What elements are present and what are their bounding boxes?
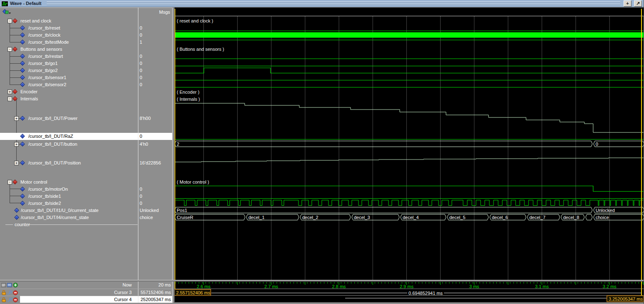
signal-icon (14, 215, 19, 219)
signal-row[interactable]: /cursor_tb/sensor10 (0, 74, 172, 81)
signal-icon (20, 61, 25, 65)
group-row[interactable]: +Encoder (0, 88, 172, 95)
signal-row[interactable]: /cursor_tb/I_DUT/I4/current_statechoice (0, 214, 172, 221)
wrench-icon[interactable] (7, 297, 12, 303)
wave-U_0_current_state-label: Unlocked (596, 208, 615, 213)
signal-label: /cursor_tb/go1 (28, 61, 58, 66)
signal-row[interactable]: /cursor_tb/side20 (0, 200, 172, 207)
cursor-list-icon[interactable] (7, 282, 12, 288)
signal-row[interactable]: /cursor_tb/reset0 (0, 25, 172, 32)
wave-clock (175, 32, 644, 38)
signal-value: 0 (140, 201, 171, 206)
signal-icon (14, 208, 19, 212)
group-icon (13, 89, 17, 94)
expand-toggle-icon[interactable]: + (8, 90, 12, 94)
add-cursor-icon[interactable] (13, 282, 18, 288)
expand-toggle-icon[interactable]: - (8, 180, 12, 184)
expand-toggle-icon[interactable]: + (14, 142, 19, 147)
signal-row[interactable]: /cursor_tb/I_DUT/I1/U_0/current_stateUnl… (0, 207, 172, 214)
window-title: Wave - Default (10, 1, 41, 6)
expand-toggle-icon[interactable]: - (8, 19, 12, 23)
signal-label: /cursor_tb/side1 (28, 194, 61, 199)
delete-cursor-icon[interactable] (13, 290, 18, 296)
wave-group-label: ( Encoder ) (177, 90, 199, 95)
signal-label: /cursor_tb/go2 (28, 68, 58, 73)
signal-label: /cursor_tb/motorOn (28, 187, 68, 192)
lock-icon[interactable] (1, 297, 6, 303)
signal-value: 0 (140, 82, 171, 87)
msgs-column-header[interactable]: Msgs (138, 10, 170, 15)
signal-icon (20, 201, 25, 205)
cursor4-value: 252005347 ms (138, 297, 171, 302)
signal-row[interactable]: /cursor_tb/side10 (0, 193, 172, 200)
wave-I4_current_state-label: decel_3 (354, 215, 370, 220)
wave-I4_current_state-label: decel_7 (529, 215, 546, 220)
group-label: Internals (20, 96, 38, 101)
group-row[interactable]: -Motor control (0, 179, 172, 186)
titlebar-grip[interactable] (47, 2, 620, 3)
wave-I4_current_state-label: decel_6 (492, 215, 508, 220)
signal-row[interactable]: /cursor_tb/motorOn0 (0, 186, 172, 193)
expand-toggle-icon[interactable]: + (14, 116, 19, 121)
group-label: Motor control (20, 179, 47, 184)
signal-row[interactable]: /cursor_tb/restart0 (0, 53, 172, 60)
undock-button[interactable]: ↗ (634, 0, 642, 7)
wave-group-label: ( Buttons and sensors ) (177, 47, 224, 52)
expand-toggle-icon[interactable]: - (8, 47, 12, 52)
signal-value: 0 (140, 75, 171, 80)
signal-row[interactable]: /cursor_tb/testMode1 (0, 39, 172, 46)
group-row[interactable]: -Internals (0, 95, 172, 102)
signal-value: 0 (140, 194, 171, 199)
group-row[interactable]: -reset and clock (0, 17, 172, 25)
group-row[interactable]: -Buttons and sensors (0, 46, 172, 53)
cursor-delta-value: 0.694852941 ms (408, 291, 443, 296)
now-row: Now 20 ms (0, 282, 172, 289)
ruler-label: 2.9 ms (400, 284, 414, 289)
now-label: Now (63, 282, 132, 287)
wave-window: Wave - Default + ↗ Msgs -reset and clock… (0, 0, 644, 304)
expand-toggle-icon[interactable]: + (14, 161, 19, 165)
signal-row[interactable]: +/cursor_tb/I_DUT/button4'h0 (0, 141, 172, 148)
wave-I4_current_state-label: decel_1 (248, 215, 265, 220)
signal-label: /cursor_tb/side2 (28, 201, 61, 206)
wave-canvas-area[interactable]: ( reset and clock )( Buttons and sensors… (175, 7, 644, 303)
lock-icon[interactable] (1, 290, 6, 296)
signal-icon (20, 75, 25, 80)
signal-row[interactable]: +/cursor_tb/I_DUT/Power8'h00 (0, 115, 172, 122)
titlebar-grip[interactable] (47, 4, 620, 5)
cursor3-value: 557152406 ms (138, 290, 171, 295)
signal-row[interactable]: /cursor_tb/clock0 (0, 32, 172, 39)
add-window-button[interactable]: + (624, 0, 631, 7)
expand-toggle-icon[interactable]: - (8, 97, 12, 101)
signal-value: 0 (140, 54, 171, 59)
wave-button-label: 2 (177, 142, 179, 147)
wrench-icon[interactable] (7, 290, 12, 296)
signal-row[interactable]: /cursor_tb/sensor20 (0, 81, 172, 88)
wave-I4_current_state-label: decel_2 (302, 215, 318, 220)
signal-icon (20, 194, 25, 198)
wave-I4_current_state-label: CruiseR (177, 215, 193, 220)
wave-background (175, 7, 644, 280)
signal-label: /cursor_tb/sensor1 (28, 75, 66, 80)
title-bar[interactable]: Wave - Default + ↗ (0, 0, 644, 7)
cursor4-time: 3.252005347 ms (609, 297, 643, 302)
group-icon (13, 47, 17, 51)
signal-value: 8'h00 (140, 116, 171, 121)
wave-export-icon[interactable] (1, 282, 6, 288)
signal-row[interactable]: /cursor_tb/I_DUT/RaZ0 (0, 133, 172, 140)
wave-canvas[interactable]: ( reset and clock )( Buttons and sensors… (175, 7, 644, 303)
cursor4-row[interactable]: Cursor 4 252005347 ms (0, 296, 172, 303)
signal-row[interactable]: +/cursor_tb/I_DUT/Position16'd22856 (0, 159, 172, 167)
wave-button-label: 0 (596, 142, 598, 147)
signal-row[interactable]: /cursor_tb/go10 (0, 60, 172, 67)
signal-icon (20, 142, 25, 146)
divider-line (5, 224, 13, 225)
signal-row[interactable]: /cursor_tb/go20 (0, 67, 172, 74)
delete-cursor-icon[interactable] (13, 297, 18, 303)
signal-icon (20, 25, 25, 30)
group-icon (13, 96, 17, 101)
group-icon (13, 18, 17, 23)
cursor3-row[interactable]: Cursor 3 557152406 ms (0, 289, 172, 296)
signal-tree: -reset and clock/cursor_tb/reset0/cursor… (0, 16, 172, 280)
signal-value: 0 (140, 187, 171, 192)
